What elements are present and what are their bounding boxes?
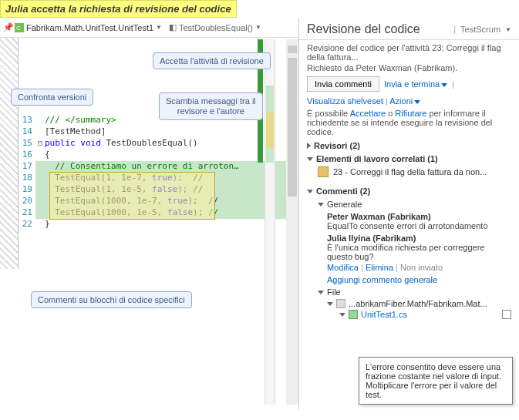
editor-tabbar: 📌 C Fabrikam.Math.UnitTest.UnitTest1 ▼ ◧…	[0, 18, 298, 38]
callout-compare: Confronta versioni	[11, 89, 93, 106]
method-icon: ◧	[169, 22, 177, 32]
triangle-icon	[318, 291, 324, 294]
pin-icon[interactable]: 📌	[3, 22, 12, 32]
svg-text:C: C	[16, 25, 21, 32]
delete-comment-link[interactable]: Elimina	[366, 263, 393, 272]
callout-accept: Accetta l'attività di revisione	[153, 52, 271, 69]
section-label: File	[327, 287, 341, 297]
work-item[interactable]: 23 - Correggi il flag della fattura da n…	[318, 165, 511, 179]
comment-tooltip: L'errore consentito deve essere una fraz…	[359, 357, 513, 405]
work-item-label: 23 - Correggi il flag della fattura da n…	[333, 167, 487, 176]
csharp-file-icon	[349, 310, 358, 319]
comment-author: Julia Ilyina (Fabrikam)	[327, 234, 511, 243]
member-selector[interactable]: ◧ TestDoublesEqual() ▼	[169, 22, 261, 32]
chevron-down-icon	[441, 83, 447, 87]
unsent-label: Non inviato	[400, 263, 443, 272]
diff-gutter	[0, 38, 19, 269]
chevron-down-icon[interactable]: ▼	[156, 24, 162, 31]
vertical-scrollbar[interactable]	[286, 39, 298, 405]
code-review-panel: Revisione del codice | TestScrum ▼ Revis…	[299, 18, 519, 409]
chevron-down-icon	[414, 100, 420, 104]
related-workitems-section[interactable]: Elementi di lavoro correlati (1)	[307, 154, 511, 163]
file-label: ...abrikamFiber.Math/Fabrikam.Mat...	[349, 299, 487, 308]
reject-link[interactable]: Rifiutare	[395, 109, 426, 118]
csharp-file-icon: C	[15, 23, 24, 32]
general-comments-section[interactable]: Generale	[318, 200, 511, 209]
triangle-icon	[307, 190, 313, 193]
actions-menu[interactable]: Azioni	[389, 96, 420, 106]
member-selector-label: TestDoublesEqual()	[179, 23, 253, 32]
editor-pane: 📌 C Fabrikam.Math.UnitTest.UnitTest1 ▼ ◧…	[0, 18, 299, 409]
file-label[interactable]: UnitTest1.cs	[361, 310, 407, 319]
chevron-down-icon[interactable]: ▼	[255, 24, 261, 31]
section-label: Generale	[327, 200, 362, 209]
callout-blocks: Commenti su blocchi di codice specifici	[31, 291, 192, 308]
file-project-row[interactable]: ...abrikamFiber.Math/Fabrikam.Mat...	[327, 298, 511, 309]
scrollbar-thumb[interactable]	[288, 58, 297, 197]
comment-text: EqualTo consente errori di arrotondament…	[327, 221, 511, 230]
page-banner: Julia accetta la richiesta di revisione …	[0, 0, 237, 18]
section-label: Elementi di lavoro correlati (1)	[316, 154, 438, 163]
file-section[interactable]: File	[318, 287, 511, 297]
edit-comment-link[interactable]: Modifica	[327, 263, 359, 272]
code-line: // Consentiamo un errore di arroton…	[45, 161, 298, 173]
panel-title: Revisione del codice	[307, 22, 420, 36]
reviewers-section[interactable]: Revisori (2)	[307, 141, 511, 150]
accept-reject-info: È possibile Accettare o Rifiutare per in…	[307, 109, 511, 136]
triangle-icon	[318, 203, 324, 207]
code-editor[interactable]: 13/// </summary> 14[TestMethod] 15⊟publi…	[19, 38, 298, 269]
team-name: TestScrum	[460, 25, 500, 34]
comments-section[interactable]: Commenti (2)	[307, 186, 511, 196]
triangle-icon	[307, 143, 311, 149]
comment-author: Peter Waxman (Fabrikam)	[327, 212, 511, 221]
file-tab[interactable]: C Fabrikam.Math.UnitTest.UnitTest1 ▼	[15, 23, 162, 32]
section-label: Commenti (2)	[316, 186, 370, 196]
review-requester: Richiesto da Peter Waxman (Fabrikam).	[307, 63, 511, 72]
triangle-icon	[339, 313, 345, 317]
comment-text: È l'unica modifica richiesta per corregg…	[327, 243, 511, 261]
project-icon	[336, 299, 345, 308]
triangle-icon	[307, 157, 313, 161]
file-tab-label: Fabrikam.Math.UnitTest.UnitTest1	[26, 23, 153, 32]
chevron-down-icon[interactable]: ▼	[505, 26, 511, 33]
scroll-split-icon[interactable]	[288, 45, 297, 53]
workitem-icon	[318, 166, 329, 177]
triangle-icon	[327, 302, 333, 306]
review-description: Revisione del codice per l'attività 23: …	[307, 43, 511, 62]
file-cs-row[interactable]: UnitTest1.cs	[339, 309, 511, 320]
section-label: Revisori (2)	[314, 141, 360, 150]
add-general-comment-link[interactable]: Aggiungi commento generale	[327, 275, 511, 284]
accept-link[interactable]: Accettare	[350, 109, 386, 118]
overview-ruler[interactable]	[265, 39, 275, 405]
send-comments-button[interactable]: Invia commenti	[307, 76, 379, 92]
send-and-close-link[interactable]: Invia e termina	[384, 79, 447, 89]
code-line: }	[45, 219, 298, 230]
comment-highlight[interactable]	[49, 172, 215, 220]
view-shelveset-link[interactable]: Visualizza shelveset	[307, 96, 383, 106]
file-checkbox[interactable]	[502, 310, 511, 319]
callout-exchange: Scambia messaggi tra ilrevisore e l'auto…	[159, 92, 263, 120]
